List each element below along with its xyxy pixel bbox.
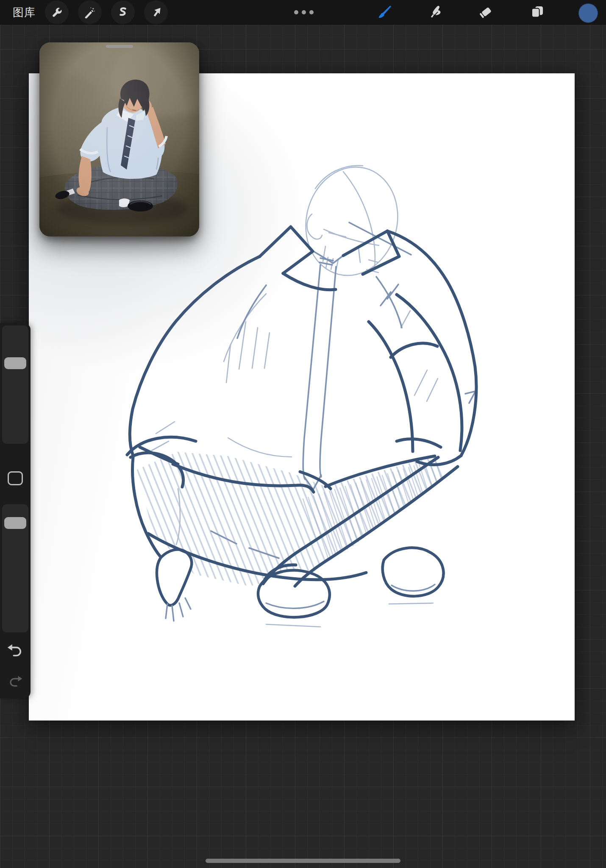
transform-button[interactable] bbox=[144, 0, 168, 24]
brush-size-slider[interactable] bbox=[2, 326, 28, 444]
reference-photo bbox=[39, 42, 199, 236]
toolbar-left-group: 图库 bbox=[0, 0, 168, 24]
selection-s-icon bbox=[117, 6, 129, 19]
undo-arrow-icon bbox=[6, 642, 25, 660]
smudge-tool-button[interactable] bbox=[425, 0, 446, 25]
modify-button[interactable] bbox=[8, 471, 23, 485]
layers-icon bbox=[529, 4, 545, 21]
eraser-icon bbox=[478, 4, 495, 21]
magic-wand-icon bbox=[83, 6, 96, 19]
gallery-button[interactable]: 图库 bbox=[13, 7, 36, 18]
opacity-slider[interactable] bbox=[2, 504, 28, 632]
brush-size-handle[interactable] bbox=[4, 357, 26, 369]
adjustments-button[interactable] bbox=[78, 0, 102, 24]
reference-photo-panel[interactable] bbox=[39, 42, 199, 236]
toolbar-right-group bbox=[375, 0, 598, 25]
home-indicator-bar[interactable] bbox=[206, 859, 400, 863]
transform-arrow-icon bbox=[150, 6, 162, 19]
canvas-options-button[interactable] bbox=[288, 0, 320, 25]
opacity-handle[interactable] bbox=[4, 517, 26, 529]
top-toolbar: 图库 bbox=[0, 0, 606, 25]
reference-drag-handle[interactable] bbox=[106, 45, 133, 48]
brush-sidebar bbox=[0, 323, 31, 698]
redo-button[interactable] bbox=[3, 671, 27, 692]
procreate-app-screen: 图库 bbox=[0, 0, 606, 868]
smudge-finger-icon bbox=[428, 4, 444, 21]
erase-tool-button[interactable] bbox=[476, 0, 497, 25]
wrench-icon bbox=[50, 6, 63, 19]
color-swatch-circle[interactable] bbox=[578, 3, 598, 23]
paintbrush-icon bbox=[376, 3, 393, 22]
selection-button[interactable] bbox=[111, 0, 135, 24]
undo-button[interactable] bbox=[3, 640, 27, 661]
redo-arrow-icon bbox=[7, 673, 24, 690]
layers-button[interactable] bbox=[527, 0, 548, 25]
paint-tool-button[interactable] bbox=[375, 0, 395, 25]
ellipsis-icon bbox=[294, 10, 298, 14]
actions-button[interactable] bbox=[45, 0, 69, 24]
